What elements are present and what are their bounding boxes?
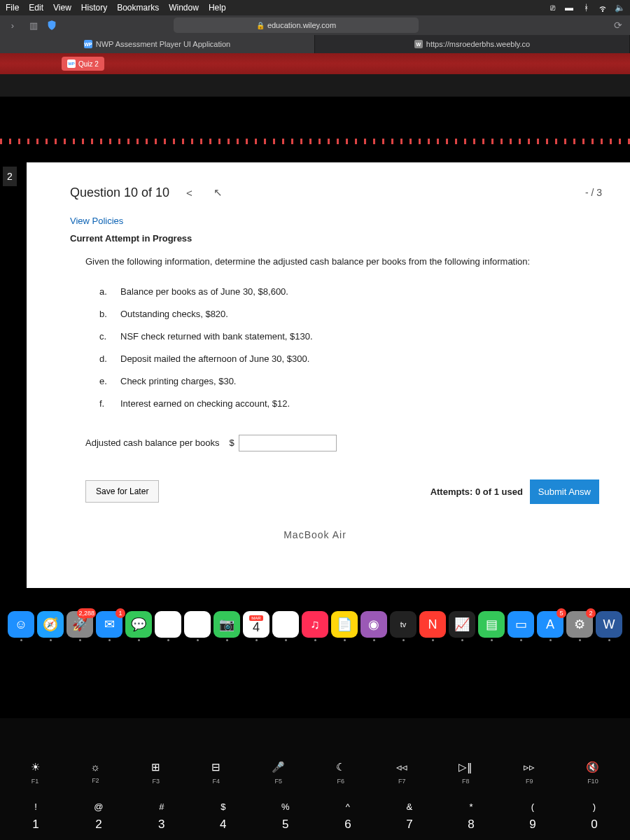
question-score: - / 3	[585, 187, 602, 198]
menubar-item[interactable]: Help	[209, 3, 226, 13]
attempts-label: Attempts: 0 of 1 used	[430, 486, 523, 497]
badge: 1	[115, 608, 125, 618]
key-f8: ▷‖F8	[458, 761, 472, 785]
question-item: c.NSF check returned with bank statement…	[99, 330, 602, 343]
badge: 2	[586, 608, 596, 618]
dock-messages-icon[interactable]: 💬	[125, 611, 152, 638]
key-2: @2	[94, 802, 103, 832]
key-f5: 🎤F5	[272, 761, 285, 785]
key-9: (9	[529, 802, 536, 832]
key-f3: ⊞F3	[151, 761, 160, 785]
key-f2: ☼F2	[91, 761, 101, 785]
dock-numbers-icon[interactable]: ▤	[478, 611, 505, 638]
lock-icon: 🔒	[256, 22, 265, 29]
dock-maps-icon[interactable]: 🗺	[155, 611, 181, 638]
key-7: &7	[406, 802, 412, 832]
tab-weebly[interactable]: W https://msroederbhs.weebly.co	[315, 35, 630, 53]
sidebar-question-number[interactable]: 2	[3, 167, 17, 186]
item-text: Check printing charges, $30.	[120, 375, 236, 388]
item-text: Balance per books as of June 30, $8,600.	[120, 286, 288, 298]
view-policies-link[interactable]: View Policies	[70, 216, 602, 226]
url-bar[interactable]: 🔒 education.wiley.com	[174, 18, 419, 33]
bluetooth-icon[interactable]: ᚼ	[581, 3, 591, 13]
dock-finder-icon[interactable]: ☺	[8, 611, 34, 638]
key-5: %5	[281, 802, 290, 832]
dock-appstore-icon[interactable]: A5	[537, 611, 564, 638]
item-letter: d.	[99, 353, 120, 365]
prev-question-button[interactable]: <	[182, 186, 197, 200]
item-letter: b.	[99, 308, 120, 321]
item-letter: c.	[99, 330, 120, 343]
mac-menubar: FileEditViewHistoryBookmarksWindowHelp ⎚…	[0, 0, 630, 15]
attempt-status: Current Attempt in Progress	[70, 233, 602, 244]
key-1: !1	[32, 802, 38, 832]
display-icon[interactable]: ⎚	[547, 3, 557, 13]
tab-nwp[interactable]: WP NWP Assessment Player UI Application	[0, 35, 315, 53]
wifi-icon[interactable]	[598, 3, 608, 13]
question-title: Question 10 of 10	[70, 186, 169, 200]
url-text: education.wiley.com	[267, 21, 336, 29]
key-f4: ⊟F4	[211, 761, 220, 785]
dock-music-icon[interactable]: ♫	[302, 611, 328, 638]
dock-stocks-icon[interactable]: 📈	[449, 611, 475, 638]
menubar-item[interactable]: Bookmarks	[117, 3, 159, 13]
menubar-item[interactable]: Window	[169, 3, 199, 13]
dock-notes-icon[interactable]: 📄	[331, 611, 358, 638]
keyboard: MacBook Air ☀F1☼F2⊞F3⊟F4🎤F5☾F6◃◃F7▷‖F8▹▹…	[0, 718, 630, 840]
dock-word-icon[interactable]: W	[596, 611, 622, 638]
question-item: e.Check printing charges, $30.	[99, 375, 602, 388]
reload-button[interactable]: ⟳	[610, 18, 626, 32]
answer-input[interactable]	[239, 435, 337, 451]
dock-launchpad-icon[interactable]: 🚀2,288	[66, 611, 93, 638]
volume-icon[interactable]: 🔈	[615, 3, 624, 13]
dock-news-icon[interactable]: N	[419, 611, 446, 638]
key-f10: 🔇F10	[586, 761, 599, 785]
red-dots-decoration	[0, 139, 630, 144]
back-button[interactable]: ›	[4, 18, 21, 32]
mac-dock: ☺🧭🚀2,288✉1💬🗺✿📷MAR4☰♫📄◉tvN📈▤▭A5⚙2W	[0, 605, 630, 644]
laptop-label: MacBook Air	[0, 529, 630, 540]
flag-icon: ▬	[564, 3, 574, 13]
wiley-header: WP Quiz 2	[0, 53, 630, 74]
item-text: Deposit mailed the afternoon of June 30,…	[120, 353, 309, 365]
sidebar-toggle[interactable]: ▥	[25, 18, 42, 32]
privacy-shield-icon[interactable]	[46, 20, 57, 31]
dock-tv-icon[interactable]: tv	[390, 611, 416, 638]
menubar-item[interactable]: View	[53, 3, 71, 13]
question-item: b.Outstanding checks, $820.	[99, 308, 602, 321]
quiz-label: Quiz 2	[78, 60, 99, 68]
quiz-tab[interactable]: WP Quiz 2	[62, 57, 104, 71]
question-content: Question 10 of 10 < ↖ - / 3 View Policie…	[27, 162, 630, 518]
save-for-later-button[interactable]: Save for Later	[85, 480, 159, 503]
key-6: ^6	[344, 802, 351, 832]
wiley-icon: WP	[67, 59, 76, 68]
key-f6: ☾F6	[336, 761, 345, 785]
submit-answer-button[interactable]: Submit Answ	[530, 479, 599, 504]
badge: 5	[556, 608, 566, 618]
dock-safari-icon[interactable]: 🧭	[37, 611, 64, 638]
key-3: #3	[158, 802, 164, 832]
tab-label: NWP Assessment Player UI Application	[96, 40, 230, 48]
key-0: )0	[591, 802, 597, 832]
menubar-item[interactable]: Edit	[29, 3, 43, 13]
dock-reminders-icon[interactable]: ☰	[272, 611, 299, 638]
item-letter: a.	[99, 286, 120, 298]
svg-point-0	[602, 10, 603, 11]
dock-photos-icon[interactable]: ✿	[184, 611, 211, 638]
item-letter: f.	[99, 398, 120, 410]
item-text: Outstanding checks, $820.	[120, 308, 228, 321]
key-f9: ▹▹F9	[524, 761, 535, 785]
dock-facetime-icon[interactable]: 📷	[214, 611, 240, 638]
item-letter: e.	[99, 375, 120, 388]
question-prompt: Given the following information, determi…	[85, 255, 602, 269]
tab-favicon-icon: W	[414, 40, 423, 48]
menubar-item[interactable]: File	[6, 3, 19, 13]
dock-mail-icon[interactable]: ✉1	[96, 611, 122, 638]
dock-keynote-icon[interactable]: ▭	[507, 611, 534, 638]
pointer-icon: ↖	[209, 185, 227, 200]
key-8: *8	[468, 802, 474, 832]
dock-settings-icon[interactable]: ⚙2	[566, 611, 593, 638]
dock-podcasts-icon[interactable]: ◉	[360, 611, 387, 638]
menubar-item[interactable]: History	[81, 3, 107, 13]
dock-calendar-icon[interactable]: MAR4	[243, 611, 270, 638]
